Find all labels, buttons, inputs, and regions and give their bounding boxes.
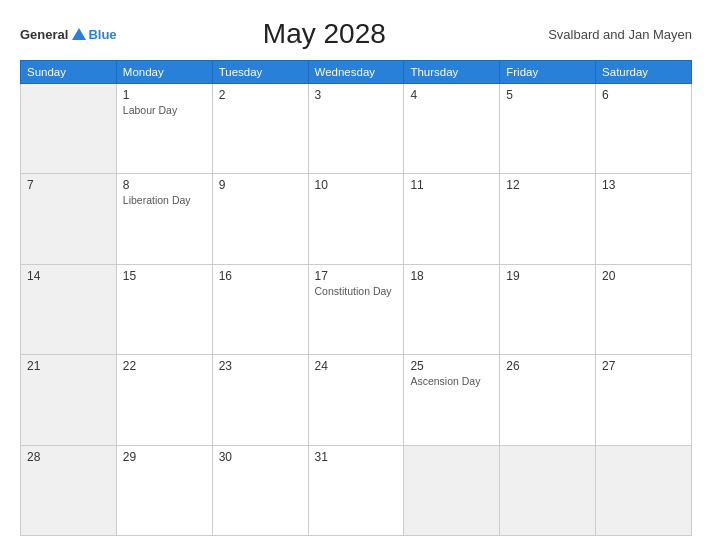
day-number: 24 [315,359,398,373]
week-row-2: 78Liberation Day910111213 [21,174,692,264]
calendar-cell: 10 [308,174,404,264]
calendar-cell [404,445,500,535]
calendar-cell: 24 [308,355,404,445]
calendar-cell: 26 [500,355,596,445]
day-number: 16 [219,269,302,283]
calendar-cell: 4 [404,84,500,174]
weekday-header-row: SundayMondayTuesdayWednesdayThursdayFrid… [21,61,692,84]
calendar-cell: 11 [404,174,500,264]
day-number: 20 [602,269,685,283]
day-number: 7 [27,178,110,192]
calendar-cell [596,445,692,535]
day-number: 17 [315,269,398,283]
week-row-1: 1Labour Day23456 [21,84,692,174]
header: General Blue May 2028 Svalbard and Jan M… [20,18,692,50]
calendar-cell: 27 [596,355,692,445]
weekday-header-sunday: Sunday [21,61,117,84]
calendar-cell: 17Constitution Day [308,264,404,354]
holiday-name: Constitution Day [315,285,398,299]
weekday-header-monday: Monday [116,61,212,84]
calendar-cell: 23 [212,355,308,445]
calendar-cell: 31 [308,445,404,535]
calendar-cell: 22 [116,355,212,445]
day-number: 15 [123,269,206,283]
day-number: 27 [602,359,685,373]
day-number: 1 [123,88,206,102]
calendar-cell: 13 [596,174,692,264]
calendar-table: SundayMondayTuesdayWednesdayThursdayFrid… [20,60,692,536]
calendar-cell: 25Ascension Day [404,355,500,445]
calendar-cell [500,445,596,535]
weekday-header-wednesday: Wednesday [308,61,404,84]
calendar-cell: 7 [21,174,117,264]
day-number: 22 [123,359,206,373]
calendar-cell: 21 [21,355,117,445]
day-number: 26 [506,359,589,373]
logo-triangle-icon [72,28,86,40]
holiday-name: Ascension Day [410,375,493,389]
calendar-cell: 12 [500,174,596,264]
day-number: 3 [315,88,398,102]
day-number: 23 [219,359,302,373]
calendar-cell: 30 [212,445,308,535]
calendar-cell: 8Liberation Day [116,174,212,264]
week-row-3: 14151617Constitution Day181920 [21,264,692,354]
day-number: 6 [602,88,685,102]
day-number: 5 [506,88,589,102]
day-number: 8 [123,178,206,192]
calendar-cell: 2 [212,84,308,174]
calendar-cell: 18 [404,264,500,354]
day-number: 13 [602,178,685,192]
calendar-cell: 29 [116,445,212,535]
calendar-title: May 2028 [117,18,532,50]
weekday-header-tuesday: Tuesday [212,61,308,84]
week-row-5: 28293031 [21,445,692,535]
calendar-cell: 5 [500,84,596,174]
logo-blue: Blue [88,27,116,42]
calendar-cell: 6 [596,84,692,174]
day-number: 10 [315,178,398,192]
weekday-header-thursday: Thursday [404,61,500,84]
day-number: 2 [219,88,302,102]
day-number: 4 [410,88,493,102]
calendar-page: General Blue May 2028 Svalbard and Jan M… [0,0,712,550]
calendar-cell: 16 [212,264,308,354]
day-number: 25 [410,359,493,373]
weekday-header-saturday: Saturday [596,61,692,84]
day-number: 14 [27,269,110,283]
calendar-cell: 19 [500,264,596,354]
weekday-header-friday: Friday [500,61,596,84]
calendar-cell [21,84,117,174]
calendar-cell: 1Labour Day [116,84,212,174]
calendar-cell: 14 [21,264,117,354]
day-number: 11 [410,178,493,192]
holiday-name: Liberation Day [123,194,206,208]
day-number: 9 [219,178,302,192]
day-number: 21 [27,359,110,373]
day-number: 12 [506,178,589,192]
day-number: 29 [123,450,206,464]
calendar-cell: 20 [596,264,692,354]
day-number: 18 [410,269,493,283]
day-number: 19 [506,269,589,283]
calendar-cell: 15 [116,264,212,354]
region-label: Svalbard and Jan Mayen [532,27,692,42]
day-number: 30 [219,450,302,464]
holiday-name: Labour Day [123,104,206,118]
week-row-4: 2122232425Ascension Day2627 [21,355,692,445]
logo: General Blue [20,27,117,42]
calendar-cell: 3 [308,84,404,174]
day-number: 31 [315,450,398,464]
calendar-cell: 9 [212,174,308,264]
logo-general: General [20,27,68,42]
day-number: 28 [27,450,110,464]
calendar-cell: 28 [21,445,117,535]
